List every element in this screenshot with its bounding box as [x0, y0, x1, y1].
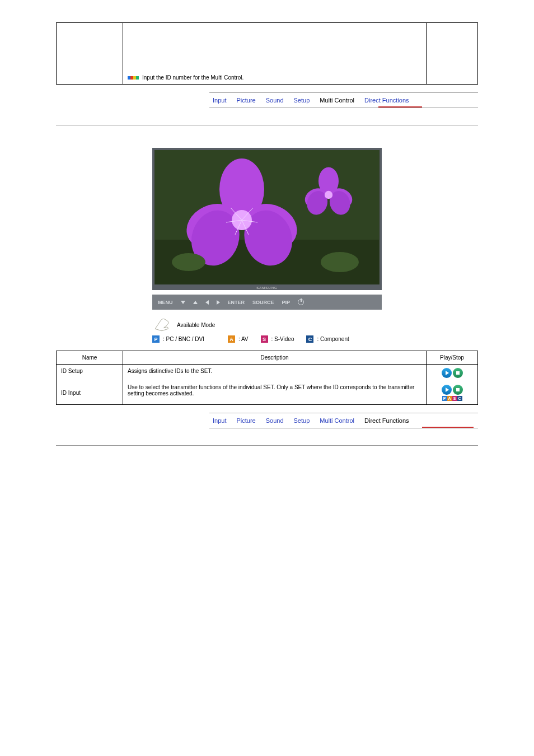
top-desc-text: Input the ID number for the Multi Contro…: [142, 74, 243, 81]
colorbar-icon: [128, 76, 139, 80]
tab-direct-functions[interactable]: Direct Functions: [364, 417, 409, 424]
tabs-row-1: Input Picture Sound Setup Multi Control …: [209, 92, 478, 108]
power-icon: [298, 299, 304, 305]
btn-enter: ENTER: [228, 300, 245, 305]
row2-desc: Use to select the transmitter functions …: [128, 384, 414, 396]
top-name-cell: [57, 23, 123, 85]
th-desc: Description: [123, 351, 427, 365]
mode-c-icon: C: [306, 335, 313, 343]
tab-multi-control[interactable]: Multi Control: [320, 417, 354, 424]
mode-badges: P : PC / BNC / DVI A : AV S : S-Video C …: [152, 335, 382, 343]
tab-sound[interactable]: Sound: [266, 97, 284, 104]
th-name: Name: [57, 351, 123, 365]
tab-picture[interactable]: Picture: [236, 97, 255, 104]
play-stop-button[interactable]: [442, 385, 463, 395]
top-play-cell: [427, 23, 478, 85]
mode-a-label: : AV: [238, 336, 249, 342]
btn-menu: MENU: [158, 300, 173, 305]
btn-source: SOURCE: [252, 300, 274, 305]
row2-name: ID Input: [61, 390, 81, 396]
tab-picture[interactable]: Picture: [236, 417, 255, 424]
svg-point-21: [321, 252, 359, 272]
left-icon: [205, 300, 209, 305]
monitor-illustration: SAMSUNG MENU ENTER SOURCE PIP: [152, 148, 382, 310]
btn-pip: PIP: [282, 300, 291, 305]
tab-multi-control[interactable]: Multi Control: [320, 97, 354, 104]
hand-icon: [152, 315, 171, 332]
tab-setup[interactable]: Setup: [294, 97, 310, 104]
tab-input[interactable]: Input: [213, 97, 226, 104]
available-mode-note: Available Mode: [152, 315, 382, 332]
multi-control-table: Name Description Play/Stop ID Setup ID I…: [56, 351, 478, 405]
flower-image: [154, 150, 380, 284]
row2-play: PASC: [427, 381, 478, 405]
mode-a-icon: A: [228, 335, 235, 343]
pasc-badge: PASC: [431, 396, 473, 401]
row1-name: ID Setup: [61, 368, 83, 374]
row1-desc: Assigns distinctive IDs to the SET.: [128, 368, 212, 374]
svg-point-20: [172, 253, 205, 271]
monitor-button-bar: MENU ENTER SOURCE PIP: [152, 295, 382, 310]
table-row: ID Setup ID Input Assigns distinctive ID…: [57, 365, 478, 382]
up-icon: [193, 301, 198, 304]
top-partial-table: Input the ID number for the Multi Contro…: [56, 22, 478, 85]
top-desc-cell: Input the ID number for the Multi Contro…: [123, 23, 427, 85]
tabs-row-2: Input Picture Sound Setup Multi Control …: [209, 413, 478, 428]
right-icon: [217, 300, 220, 305]
brand-label: SAMSUNG: [154, 286, 380, 290]
row1-play: [427, 365, 478, 382]
mode-p-label: : PC / BNC / DVI: [163, 336, 204, 342]
tab-setup[interactable]: Setup: [294, 417, 310, 424]
down-icon: [181, 301, 185, 304]
available-mode-label: Available Mode: [177, 322, 215, 328]
mode-s-icon: S: [261, 335, 268, 343]
tab-input[interactable]: Input: [213, 417, 226, 424]
mode-p-icon: P: [152, 335, 160, 343]
play-stop-button[interactable]: [442, 368, 463, 378]
mode-c-label: : Component: [317, 336, 349, 342]
svg-point-19: [325, 191, 332, 199]
th-play: Play/Stop: [427, 351, 478, 365]
tab-direct-functions[interactable]: Direct Functions: [364, 97, 409, 104]
tab-sound[interactable]: Sound: [266, 417, 284, 424]
mode-s-label: : S-Video: [271, 336, 294, 342]
